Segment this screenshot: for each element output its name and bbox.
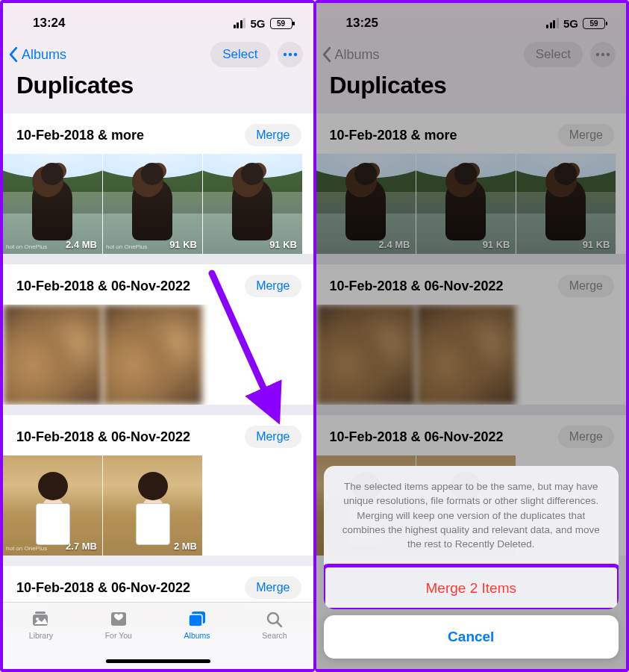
network-label: 5G — [250, 17, 265, 30]
tab-library[interactable]: Library — [29, 610, 53, 640]
photo-thumbnail[interactable]: hot on OnePlus2.7 MB — [3, 455, 103, 556]
back-button[interactable]: Albums — [7, 46, 66, 63]
action-sheet: The selected items appear to be the same… — [324, 466, 619, 659]
duplicate-groups-list[interactable]: 10-Feb-2018 & more Merge hot on OnePlus2… — [3, 113, 313, 669]
group-label: 10-Feb-2018 & 06-Nov-2022 — [16, 580, 190, 596]
tab-search[interactable]: Search — [262, 610, 287, 640]
foryou-icon — [108, 610, 129, 628]
photo-thumbnail[interactable] — [103, 305, 203, 405]
tab-bar: Library For You Albums Search — [3, 602, 313, 669]
group-label: 10-Feb-2018 & 06-Nov-2022 — [16, 429, 190, 445]
duplicate-group: 10-Feb-2018 & 06-Nov-2022 Merge — [3, 264, 313, 405]
svg-point-1 — [288, 53, 291, 56]
photo-thumbnail[interactable] — [3, 305, 103, 405]
ellipsis-icon — [283, 52, 298, 57]
duplicate-group: 10-Feb-2018 & more Merge hot on OnePlus2… — [3, 113, 313, 254]
signal-icon — [234, 18, 246, 28]
photo-thumbnail[interactable]: 91 KB — [203, 154, 303, 254]
svg-point-2 — [293, 53, 296, 56]
more-button[interactable] — [278, 42, 303, 67]
duplicate-group: 10-Feb-2018 & 06-Nov-2022 Merge hot on O… — [3, 415, 313, 556]
svg-point-6 — [36, 617, 39, 620]
merge-button[interactable]: Merge — [245, 576, 301, 599]
merge-button[interactable]: Merge — [245, 124, 301, 146]
merge-button[interactable]: Merge — [245, 426, 301, 448]
albums-icon — [187, 610, 207, 628]
svg-line-11 — [277, 622, 281, 626]
svg-point-0 — [283, 53, 286, 56]
tab-albums[interactable]: Albums — [184, 610, 210, 640]
group-label: 10-Feb-2018 & 06-Nov-2022 — [16, 279, 190, 294]
tab-foryou[interactable]: For You — [105, 610, 132, 640]
group-label: 10-Feb-2018 & more — [16, 128, 144, 143]
library-icon — [31, 610, 51, 628]
battery-icon: 59 — [270, 18, 292, 29]
merge-confirm-button[interactable]: Merge 2 Items — [324, 566, 619, 609]
home-indicator[interactable] — [106, 659, 210, 663]
photo-thumbnail[interactable]: 2 MB — [103, 455, 203, 556]
nav-bar: Albums Select — [3, 34, 313, 70]
sheet-message: The selected items appear to be the same… — [324, 466, 619, 566]
photo-thumbnail[interactable]: hot on OnePlus91 KB — [103, 154, 203, 254]
select-button[interactable]: Select — [210, 42, 269, 67]
photo-thumbnail[interactable]: hot on OnePlus2.4 MB — [3, 154, 103, 254]
status-time: 13:24 — [33, 16, 65, 31]
page-title: Duplicates — [3, 70, 313, 108]
svg-rect-5 — [35, 612, 46, 614]
search-icon — [264, 610, 285, 628]
cancel-button[interactable]: Cancel — [324, 615, 619, 659]
chevron-left-icon — [7, 46, 19, 63]
svg-rect-9 — [189, 615, 202, 626]
merge-button[interactable]: Merge — [245, 275, 301, 297]
back-label: Albums — [22, 47, 66, 63]
status-bar: 13:24 5G 59 — [3, 3, 313, 34]
